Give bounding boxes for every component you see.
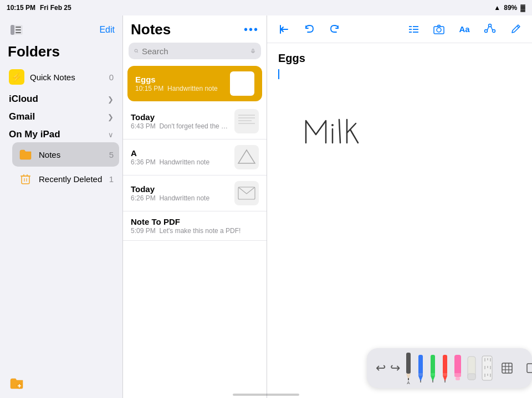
sidebar-item-recently-deleted[interactable]: Recently Deleted 1: [12, 167, 119, 191]
note-editor: Aa: [267, 15, 532, 398]
gmail-label: Gmail: [9, 111, 102, 122]
wifi-icon: ▲: [494, 4, 500, 12]
notes-more-button[interactable]: •••: [244, 23, 259, 36]
note-to-pdf-meta: 5:09 PM Let's make this note a PDF!: [131, 227, 259, 235]
svg-rect-2: [16, 27, 21, 28]
app-container: Edit Folders ⚡ Quick Notes 0 iCloud ❯ Gm…: [0, 15, 532, 398]
note-a-title: A: [131, 148, 230, 158]
draw-tool-pen-blue[interactable]: [417, 354, 424, 383]
voice-search-icon[interactable]: [250, 46, 255, 56]
svg-rect-50: [431, 355, 435, 375]
draw-tool-pencil[interactable]: A: [405, 352, 412, 385]
format-button[interactable]: Aa: [456, 20, 473, 38]
sidebar-item-quick-notes[interactable]: ⚡ Quick Notes 0: [3, 65, 119, 89]
table-button[interactable]: [498, 359, 516, 378]
note-editor-content[interactable]: Eggs: [267, 43, 532, 398]
icloud-chevron: ❯: [108, 95, 114, 104]
status-bar: 10:15 PM Fri Feb 25 ▲ 89% ▓: [0, 0, 532, 15]
sidebar-section-on-my-ipad: On My iPad ∨ Notes 5: [0, 125, 122, 191]
battery-label: 89%: [504, 4, 517, 12]
svg-rect-1: [11, 25, 14, 35]
search-bar[interactable]: [129, 43, 261, 59]
note-today2-thumbnail: [234, 181, 259, 205]
draw-right-tools: ↵ •••: [498, 358, 532, 378]
list-format-button[interactable]: [405, 20, 422, 38]
note-today2-time: 6:26 PM: [131, 194, 156, 202]
new-note-button[interactable]: [507, 20, 524, 38]
svg-rect-73: [502, 363, 512, 373]
share-button[interactable]: [481, 20, 499, 38]
gmail-section-header[interactable]: Gmail ❯: [3, 107, 119, 125]
note-item-note-to-pdf[interactable]: Note To PDF 5:09 PM Let's make this note…: [123, 211, 267, 241]
note-a-thumbnail: [234, 145, 259, 169]
battery-icon: ▓: [520, 4, 525, 12]
note-to-pdf-content: Note To PDF 5:09 PM Let's make this note…: [131, 217, 259, 235]
note-today1-subtitle: Don't forget feed the cat.: [159, 122, 230, 130]
editor-toolbar-right: Aa: [405, 20, 524, 38]
notes-count: 5: [109, 150, 114, 159]
handwriting-svg: [300, 110, 389, 154]
draw-undo-button[interactable]: ↩: [376, 361, 386, 375]
sidebar-section-top: ⚡ Quick Notes 0: [0, 65, 122, 89]
svg-rect-3: [16, 29, 21, 30]
note-today2-subtitle: Handwritten note: [159, 194, 209, 202]
gmail-chevron: ❯: [108, 113, 114, 121]
note-today1-content: Today 6:43 PM Don't forget feed the cat.: [131, 112, 230, 130]
search-icon: [134, 46, 139, 55]
draw-tool-pen-red[interactable]: [441, 354, 449, 383]
note-a-time: 6:36 PM: [131, 158, 156, 166]
draw-tool-eraser[interactable]: [467, 354, 477, 383]
handwriting-area: [300, 110, 389, 156]
note-item-today2[interactable]: Today 6:26 PM Handwritten note: [123, 175, 267, 211]
note-eggs-time: 10:15 PM: [135, 85, 163, 92]
note-item-today1[interactable]: Today 6:43 PM Don't forget feed the cat.: [123, 104, 267, 139]
notes-list-panel: Notes ••• Eggs: [123, 15, 267, 398]
sidebar-item-notes[interactable]: Notes 5: [12, 142, 119, 167]
svg-rect-4: [16, 32, 21, 33]
note-today1-meta: 6:43 PM Don't forget feed the cat.: [131, 122, 230, 130]
svg-marker-22: [238, 150, 255, 163]
recently-deleted-count: 1: [109, 174, 114, 184]
redo-button[interactable]: [326, 20, 344, 38]
pencil-label: A: [407, 380, 410, 385]
camera-button[interactable]: [430, 20, 448, 38]
undo-button[interactable]: [300, 20, 318, 38]
new-folder-button[interactable]: [8, 375, 25, 392]
draw-tool-ruler[interactable]: [481, 354, 493, 383]
sidebar: Edit Folders ⚡ Quick Notes 0 iCloud ❯ Gm…: [0, 15, 123, 398]
note-eggs-content: Eggs 10:15 PM Handwritten note: [135, 75, 226, 92]
svg-rect-60: [456, 377, 460, 380]
edit-button[interactable]: Edit: [99, 25, 115, 35]
back-button[interactable]: [275, 20, 293, 38]
note-today1-time: 6:43 PM: [131, 122, 156, 130]
note-eggs-meta: 10:15 PM Handwritten note: [135, 85, 226, 92]
note-today1-title: Today: [131, 112, 230, 122]
svg-rect-43: [406, 353, 411, 374]
svg-point-14: [135, 49, 137, 52]
svg-rect-54: [443, 355, 447, 375]
sidebar-bottom: [0, 369, 122, 398]
quick-notes-count: 0: [109, 73, 114, 82]
text-cursor: [278, 69, 521, 81]
note-item-a[interactable]: A 6:36 PM Handwritten note: [123, 139, 267, 175]
note-today2-title: Today: [131, 184, 230, 194]
object-button[interactable]: [522, 359, 532, 378]
icloud-section-header[interactable]: iCloud ❯: [3, 89, 119, 107]
note-item-eggs[interactable]: Eggs 10:15 PM Handwritten note: [127, 66, 262, 101]
home-indicator: [233, 394, 299, 396]
svg-line-38: [517, 26, 519, 28]
quick-notes-icon: ⚡: [9, 69, 24, 85]
on-my-ipad-header[interactable]: On My iPad ∨: [3, 125, 119, 142]
note-a-subtitle: Handwritten note: [159, 158, 209, 166]
sidebar-toggle-button[interactable]: [8, 21, 25, 39]
editor-toolbar-left: [275, 20, 344, 38]
trash-icon: [18, 171, 33, 187]
draw-redo-button[interactable]: ↪: [390, 361, 400, 375]
svg-point-40: [331, 124, 334, 126]
search-input[interactable]: [142, 46, 247, 56]
note-title: Eggs: [278, 52, 521, 65]
note-eggs-title: Eggs: [135, 75, 226, 84]
draw-tool-pen-green[interactable]: [429, 354, 437, 383]
on-my-ipad-children: Notes 5 Recentl: [3, 142, 119, 191]
draw-tool-marker[interactable]: [453, 354, 462, 383]
